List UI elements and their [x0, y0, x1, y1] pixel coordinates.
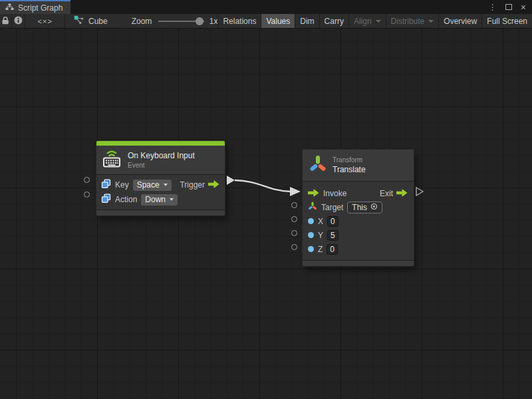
chevron-down-icon: [164, 184, 168, 186]
graph-canvas[interactable]: On Keyboard Input Event Key Space: [0, 29, 532, 399]
node-subtitle: Event: [128, 162, 195, 169]
event-accent-bar: [96, 141, 225, 146]
y-value-field[interactable]: 5: [327, 230, 338, 241]
script-graph-window: Script Graph ⋮ ×: [0, 0, 532, 399]
maximize-icon[interactable]: [505, 4, 512, 10]
graph-pointer-icon: [74, 15, 84, 27]
y-label: Y: [318, 231, 323, 240]
window-controls: ⋮ ×: [489, 0, 532, 14]
toolbar-button-carry[interactable]: Carry: [319, 14, 348, 28]
action-row: Action Down: [101, 192, 219, 207]
trigger-label: Trigger: [180, 180, 205, 190]
object-picker-icon[interactable]: [370, 203, 378, 212]
y-input-port[interactable]: [291, 230, 297, 236]
toolbar-button-fullscreen[interactable]: Full Screen: [481, 14, 532, 28]
info-button[interactable]: [12, 14, 26, 28]
graph-hierarchy-icon: [5, 3, 14, 13]
code-preview-button[interactable]: <×>: [25, 14, 65, 28]
tab-title: Script Graph: [18, 3, 63, 13]
code-icon: <×>: [38, 17, 53, 25]
key-row: Key Space Trigger: [101, 178, 219, 192]
node-on-keyboard-input[interactable]: On Keyboard Input Event Key Space: [96, 141, 225, 215]
z-row: Z 0: [308, 242, 408, 256]
toolbar-button-group: Relations Values Dim Carry Align Distrib…: [217, 14, 532, 28]
node-footer: [303, 260, 414, 266]
zoom-value: 1x: [209, 17, 218, 26]
chevron-down-icon: [376, 20, 381, 23]
enum-icon: [101, 194, 111, 206]
toolbar-button-relations[interactable]: Relations: [217, 14, 261, 28]
action-input-port[interactable]: [84, 192, 90, 198]
float-port-dot[interactable]: [308, 218, 314, 224]
exit-flow-port[interactable]: [396, 188, 408, 200]
toolbar-button-dim[interactable]: Dim: [295, 14, 319, 28]
float-port-dot[interactable]: [308, 246, 314, 252]
tab-bar: Script Graph ⋮ ×: [0, 0, 532, 14]
x-value-field[interactable]: 0: [327, 216, 338, 227]
node-transform-translate[interactable]: Transform Translate Invoke Exit: [303, 150, 414, 266]
exit-continuation-icon: [416, 188, 423, 196]
zoom-label: Zoom: [132, 17, 152, 26]
graph-toolbar: <×> Cube Zoom 1x Relations V: [0, 14, 532, 29]
zoom-slider-handle[interactable]: [196, 17, 203, 25]
graph-target[interactable]: Cube: [65, 14, 114, 28]
x-row: X 0: [308, 214, 408, 228]
float-port-dot[interactable]: [308, 232, 314, 238]
info-icon: [14, 16, 23, 27]
toolbar-button-overview[interactable]: Overview: [438, 14, 481, 28]
action-dropdown[interactable]: Down: [141, 194, 178, 205]
chevron-down-icon: [428, 20, 434, 23]
node-category: Transform: [332, 156, 366, 164]
lock-icon: [1, 16, 9, 27]
action-label: Action: [115, 195, 137, 204]
toolbar-button-distribute[interactable]: Distribute: [386, 14, 439, 28]
exit-label: Exit: [380, 189, 393, 198]
toolbar-button-align[interactable]: Align: [348, 14, 386, 28]
toolbar-button-values[interactable]: Values: [261, 14, 295, 28]
target-label: Target: [321, 203, 343, 212]
y-row: Y 5: [308, 228, 408, 242]
chevron-down-icon: [170, 198, 174, 201]
zoom-slider[interactable]: [158, 14, 203, 29]
node-header: Transform Translate: [303, 150, 414, 182]
invoke-row: Invoke Exit: [308, 186, 408, 200]
tab-script-graph[interactable]: Script Graph: [0, 0, 70, 14]
target-input-port[interactable]: [291, 202, 297, 208]
z-input-port[interactable]: [291, 244, 297, 250]
transform-mini-icon: [308, 201, 317, 213]
z-value-field[interactable]: 0: [327, 244, 338, 255]
node-body: Invoke Exit: [303, 182, 414, 260]
key-dropdown[interactable]: Space: [133, 180, 172, 191]
trigger-flow-port[interactable]: [208, 179, 219, 191]
node-header: On Keyboard Input Event: [96, 146, 225, 175]
node-footer: [96, 209, 225, 215]
target-name: Cube: [88, 17, 108, 26]
connection-trigger-to-invoke: [0, 29, 532, 399]
lock-button[interactable]: [0, 14, 12, 28]
invoke-label: Invoke: [323, 189, 346, 198]
target-object-field[interactable]: This: [347, 201, 382, 213]
transform-icon: [309, 155, 327, 176]
close-icon[interactable]: ×: [521, 3, 526, 12]
keyboard-icon: [102, 149, 122, 170]
key-label: Key: [115, 180, 129, 190]
key-input-port[interactable]: [84, 177, 90, 183]
node-title: On Keyboard Input: [128, 151, 195, 160]
node-title: Translate: [332, 165, 366, 174]
x-input-port[interactable]: [291, 216, 297, 222]
window-menu-icon[interactable]: ⋮: [489, 3, 497, 11]
z-label: Z: [318, 245, 323, 254]
target-row: Target This: [308, 200, 408, 214]
node-body: Key Space Trigger: [96, 175, 225, 209]
enum-icon: [101, 179, 111, 192]
invoke-flow-port[interactable]: [308, 188, 319, 200]
x-label: X: [318, 217, 323, 226]
